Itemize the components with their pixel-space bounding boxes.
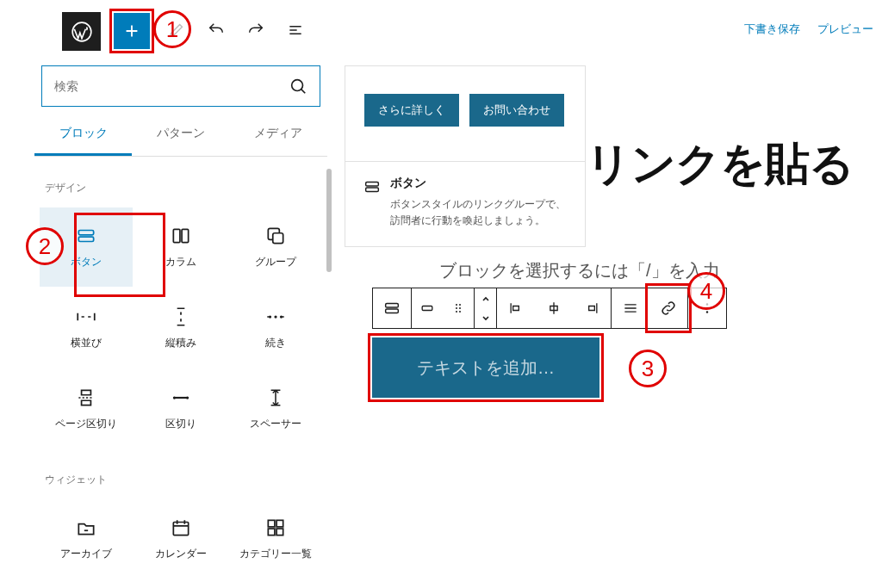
search-icon [289, 77, 307, 96]
align-right-button[interactable] [573, 288, 611, 328]
block-label: カラム [165, 256, 196, 269]
drag-handle[interactable] [443, 288, 474, 328]
block-label: スペーサー [250, 418, 301, 431]
block-item-separator[interactable]: 区切り [134, 369, 227, 449]
svg-rect-16 [268, 529, 275, 535]
svg-point-26 [459, 307, 461, 309]
svg-rect-14 [268, 521, 275, 528]
block-label: 縦積み [165, 337, 196, 350]
preview-description: ボタンスタイルのリンクグループで、訪問者に行動を喚起しましょう。 [390, 196, 568, 229]
svg-point-25 [456, 307, 457, 309]
block-item-columns[interactable]: カラム [134, 207, 227, 287]
svg-point-12 [186, 397, 189, 399]
svg-point-31 [706, 311, 708, 313]
svg-rect-17 [276, 529, 283, 535]
add-block-button[interactable] [114, 13, 150, 49]
block-label: カレンダー [155, 548, 207, 561]
preview-button-1: さらに詳しく [364, 94, 459, 127]
link-button[interactable] [649, 288, 687, 328]
scrollbar-thumb[interactable] [326, 169, 332, 272]
svg-rect-2 [78, 231, 93, 235]
svg-point-24 [459, 304, 461, 306]
buttons-icon [75, 225, 97, 247]
block-label: ボタン [71, 256, 102, 269]
svg-rect-13 [173, 523, 188, 535]
block-item-row[interactable]: 横並び [40, 288, 133, 368]
block-item-calendar[interactable]: カレンダー [134, 499, 227, 579]
tab-patterns[interactable]: パターン [132, 117, 229, 156]
block-item-group[interactable]: グループ [229, 207, 322, 287]
search-input[interactable] [54, 79, 289, 93]
move-up-button[interactable] [481, 288, 490, 308]
align-center-button[interactable] [535, 288, 573, 328]
align-left-button[interactable] [497, 288, 535, 328]
buttons-icon [382, 299, 401, 318]
undo-button[interactable] [199, 13, 233, 47]
annotation-num-2: 2 [26, 227, 64, 265]
svg-point-11 [173, 397, 176, 399]
button-block[interactable]: テキストを追加… [372, 337, 599, 398]
block-label: グループ [255, 256, 296, 269]
categories-icon [264, 517, 287, 539]
tab-blocks[interactable]: ブロック [34, 117, 132, 156]
block-helper-text: ブロックを選択するには「/」を入力 [439, 259, 720, 282]
block-item-pagebreak[interactable]: ページ区切り [40, 369, 133, 449]
preview-title: ボタン [390, 176, 568, 191]
block-label: 続き [265, 337, 286, 350]
save-draft-link[interactable]: 下書き保存 [744, 22, 800, 37]
svg-rect-5 [182, 230, 189, 243]
block-toolbar [372, 288, 727, 329]
svg-rect-4 [173, 230, 180, 243]
svg-rect-15 [276, 521, 283, 528]
svg-rect-3 [78, 237, 93, 241]
annotation-num-3: 3 [629, 350, 667, 387]
block-label: ページ区切り [55, 418, 117, 431]
block-item-more[interactable]: 続き [229, 288, 322, 368]
row-icon [75, 306, 97, 328]
block-item-spacer[interactable]: スペーサー [229, 369, 322, 449]
block-label: カテゴリー一覧 [239, 548, 312, 561]
width-button[interactable] [612, 288, 649, 328]
post-title-fragment[interactable]: リンクを貼る [586, 134, 854, 195]
redo-button[interactable] [239, 13, 273, 47]
separator-icon [170, 387, 192, 409]
select-parent-button[interactable] [412, 288, 443, 328]
block-inserter-panel: ブロック パターン メディア デザイン ボタン カラム グループ 横並び 縦積み… [34, 65, 327, 582]
drag-icon [451, 301, 465, 315]
category-widgets-label: ウィジェット [34, 449, 327, 499]
align-center-icon [545, 300, 562, 317]
pagebreak-icon [75, 387, 97, 409]
spacer-icon [264, 387, 287, 409]
buttons-icon [363, 177, 382, 196]
calendar-icon [170, 517, 192, 539]
block-label: 区切り [165, 418, 196, 431]
svg-point-1 [292, 80, 303, 91]
svg-rect-19 [366, 188, 379, 192]
preview-link[interactable]: プレビュー [817, 22, 873, 37]
svg-point-23 [456, 304, 457, 306]
svg-rect-20 [386, 304, 399, 308]
document-overview-button[interactable] [278, 13, 313, 47]
editor-canvas: さらに詳しく お問い合わせ ボタン ボタンスタイルのリンクグループで、訪問者に行… [345, 65, 873, 588]
block-item-stack[interactable]: 縦積み [134, 288, 227, 368]
columns-icon [170, 225, 192, 247]
wordpress-logo[interactable] [62, 12, 101, 51]
annotation-num-4: 4 [687, 272, 725, 310]
block-label: 横並び [71, 337, 102, 350]
link-icon [659, 299, 678, 318]
preview-button-2: お問い合わせ [469, 94, 564, 127]
list-icon [287, 22, 304, 39]
svg-point-9 [274, 316, 276, 319]
tab-media[interactable]: メディア [230, 117, 327, 156]
chevron-up-icon [481, 294, 490, 303]
block-item-archive[interactable]: アーカイブ [40, 499, 133, 579]
block-item-categories[interactable]: カテゴリー一覧 [229, 499, 322, 579]
search-box[interactable] [41, 65, 320, 107]
width-icon [622, 300, 639, 317]
archive-icon [75, 517, 97, 539]
category-design-label: デザイン [34, 157, 327, 207]
block-preview-card: さらに詳しく お問い合わせ ボタン ボタンスタイルのリンクグループで、訪問者に行… [345, 65, 586, 247]
svg-point-27 [456, 311, 457, 313]
block-type-button[interactable] [373, 288, 411, 328]
move-down-button[interactable] [481, 308, 490, 328]
